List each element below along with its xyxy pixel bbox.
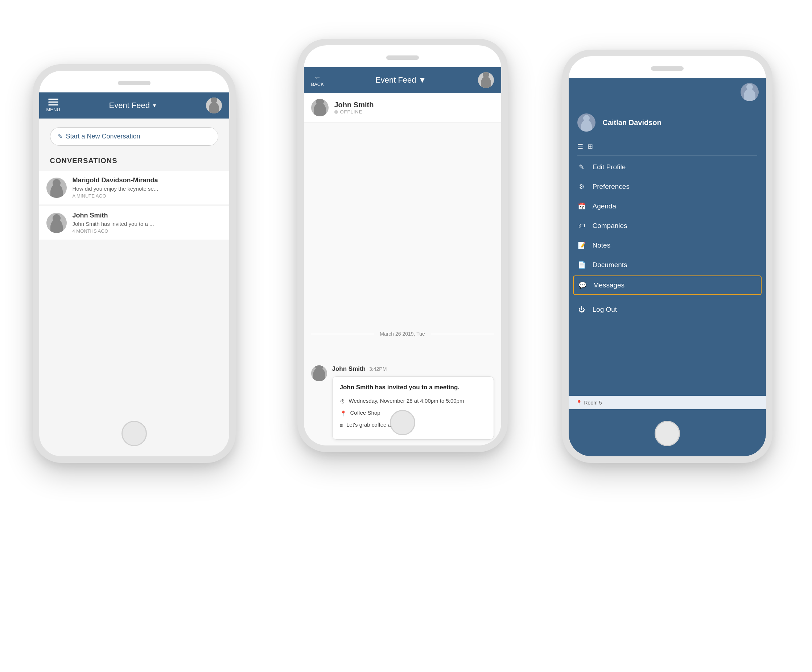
message-preview: John Smith has invited you to a ... [73, 221, 222, 227]
sidebar-item-messages[interactable]: 💬 Messages [573, 276, 762, 295]
menu-item-label: Messages [593, 281, 625, 289]
new-conversation-button[interactable]: ✎ Start a New Conversation [50, 127, 218, 146]
speaker-right [651, 66, 684, 71]
avatar [46, 178, 67, 198]
pin-icon: 📍 [340, 410, 347, 417]
avatar[interactable] [740, 83, 759, 101]
message-title: John Smith has invited you to a meeting. [340, 383, 486, 392]
chevron-down-icon: ▼ [152, 102, 157, 108]
message-preview: How did you enjoy the keynote se... [73, 185, 222, 192]
sidebar-item-agenda[interactable]: 📅 Agenda [569, 196, 766, 216]
avatar-silhouette [744, 89, 756, 101]
date-line-left [311, 334, 374, 334]
sidebar-item-preferences[interactable]: ⚙ Preferences [569, 177, 766, 196]
home-button-center[interactable] [390, 410, 415, 436]
left-header: MENU Event Feed ▼ [39, 92, 229, 119]
avatar-silhouette [481, 77, 491, 88]
logout-icon: ⏻ [577, 306, 586, 313]
chat-body: March 26 2019, Tue John Smith 3:42PM Joh… [304, 122, 501, 446]
menu-item-label: Preferences [593, 183, 629, 191]
contact-info: John Smith OFFLINE [334, 101, 374, 114]
list-view-button[interactable]: ☰ [577, 143, 583, 150]
scene: MENU Event Feed ▼ ✎ Start a New Conversa… [26, 28, 787, 644]
menu-item-label: Documents [593, 261, 628, 269]
avatar [46, 213, 67, 233]
detail-time-text: Wednesday, November 28 at 4:00pm to 5:00… [349, 397, 464, 405]
date-divider: March 26 2019, Tue [304, 324, 501, 344]
contact-avatar [311, 99, 329, 116]
contact-name: Marigold Davidson-Miranda [73, 177, 222, 184]
avatar[interactable] [478, 72, 494, 88]
home-button-right[interactable] [655, 421, 680, 446]
documents-icon: 📄 [577, 261, 586, 269]
message-detail-time: ⏱ Wednesday, November 28 at 4:00pm to 5:… [340, 397, 486, 405]
menu-item-label: Companies [593, 222, 628, 230]
view-toggle: ☰ ⊞ [569, 139, 766, 155]
avatar-silhouette [50, 184, 63, 198]
date-text: March 26 2019, Tue [380, 331, 425, 337]
speaker-left [118, 81, 150, 85]
contact-name: John Smith [334, 101, 374, 109]
menu-item-label: Agenda [593, 202, 616, 210]
date-line-right [431, 334, 494, 334]
detail-location-text: Coffee Shop [350, 409, 380, 417]
conversation-info: John Smith John Smith has invited you to… [73, 212, 222, 234]
clock-icon: ⏱ [340, 398, 345, 405]
avatar-silhouette [313, 367, 325, 381]
avatar-silhouette [50, 219, 63, 233]
left-content: ✎ Start a New Conversation CONVERSATIONS… [39, 119, 229, 456]
menu-item-label: Log Out [593, 306, 617, 313]
left-header-title: Event Feed ▼ [109, 101, 157, 110]
phone-right: Caitlan Davidson ☰ ⊞ ✎ Edit Profile ⚙ Pr… [562, 50, 773, 463]
room-info: 📍 Room 5 [569, 396, 766, 409]
center-header: ← BACK Event Feed ▼ [304, 67, 501, 93]
divider [577, 298, 757, 298]
chat-contact-header: John Smith OFFLINE [304, 93, 501, 122]
message-sender: John Smith 3:42PM [332, 365, 494, 373]
companies-icon: 🏷 [577, 222, 586, 230]
room-label: Room 5 [584, 400, 602, 406]
message-time: 4 MONTHS AGO [73, 228, 222, 234]
divider [577, 155, 757, 156]
contact-name: John Smith [73, 212, 222, 219]
edit-icon: ✎ [58, 133, 62, 140]
agenda-icon: 📅 [577, 202, 586, 210]
back-button[interactable]: ← BACK [311, 73, 324, 87]
phone-left: MENU Event Feed ▼ ✎ Start a New Conversa… [32, 64, 236, 463]
list-item[interactable]: John Smith John Smith has invited you to… [39, 206, 229, 240]
notes-icon: 📝 [577, 242, 586, 249]
avatar[interactable] [206, 97, 222, 114]
sidebar-item-notes[interactable]: 📝 Notes [569, 236, 766, 255]
notes-icon: ≡ [340, 422, 343, 429]
menu-item-label: Notes [593, 242, 611, 249]
avatar-silhouette [314, 102, 326, 116]
back-arrow-icon: ← [314, 73, 321, 82]
sidebar-item-documents[interactable]: 📄 Documents [569, 255, 766, 275]
speaker-center [386, 56, 419, 60]
right-header [569, 78, 766, 106]
new-conversation-label: Start a New Conversation [66, 133, 140, 140]
sidebar-item-logout[interactable]: ⏻ Log Out [569, 300, 766, 319]
menu-label: MENU [46, 107, 60, 112]
home-button[interactable] [121, 421, 147, 446]
message-timestamp: 3:42PM [369, 366, 387, 372]
messages-icon: 💬 [578, 281, 587, 289]
chevron-down-icon: ▼ [418, 75, 426, 85]
profile-silhouette [581, 120, 592, 131]
center-header-title: Event Feed ▼ [324, 75, 478, 85]
sidebar-item-edit-profile[interactable]: ✎ Edit Profile [569, 157, 766, 177]
online-status: OFFLINE [334, 109, 374, 114]
message-avatar [311, 365, 327, 381]
status-text: OFFLINE [340, 109, 363, 114]
sidebar-item-companies[interactable]: 🏷 Companies [569, 216, 766, 236]
avatar-silhouette [209, 102, 219, 114]
hamburger-icon [48, 99, 58, 105]
message-time: A MINUTE AGO [73, 193, 222, 199]
list-item[interactable]: Marigold Davidson-Miranda How did you en… [39, 171, 229, 204]
menu-button[interactable]: MENU [46, 99, 60, 112]
sender-name: John Smith [332, 365, 366, 373]
grid-view-button[interactable]: ⊞ [587, 143, 593, 150]
conversation-info: Marigold Davidson-Miranda How did you en… [73, 177, 222, 199]
profile-avatar [577, 114, 595, 131]
back-label: BACK [311, 82, 324, 87]
